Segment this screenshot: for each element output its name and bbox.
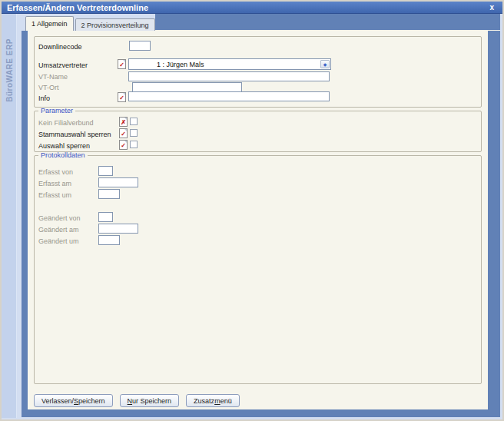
erfasst-am-input[interactable] (98, 177, 138, 187)
title-bar: Erfassen/Ändern Vertreterdownline x (2, 2, 502, 14)
stammauswahl-sperren-label: Stammauswahl sperren (38, 131, 111, 138)
kein-filialverbund-label: Kein Filialverbund (38, 119, 94, 127)
tab-allgemein[interactable]: 1 Allgemein (25, 16, 74, 31)
check-icon: ✓ (120, 141, 127, 149)
button-row: Verlassen/Speichern Nur Speichern Zusatz… (34, 394, 240, 407)
info-label: Info (38, 94, 50, 102)
umsatzvertreter-combobox[interactable]: 1 : Jürgen Mals ◆ (128, 58, 331, 70)
check-icon: ✓ (118, 61, 125, 68)
stammauswahl-sperren-flag-icon[interactable]: ✓ (119, 128, 128, 138)
kein-filialverbund-flag-icon[interactable]: ✗ (119, 117, 128, 127)
nur-speichern-button[interactable]: Nur Speichern (120, 394, 180, 407)
tab-content-allgemein: Downlinecode Umsatzvertreter ✓ 1 : Jürge… (28, 31, 488, 409)
vt-name-label: VT-Name (38, 73, 68, 81)
combo-dropdown-button[interactable]: ◆ (320, 60, 330, 68)
cross-icon: ✗ (120, 118, 127, 126)
dialog-panel: 1 Allgemein 2 Provisionsverteilung Downl… (22, 14, 500, 417)
zusatzmenue-button[interactable]: Zusatzmenü (186, 394, 240, 407)
kein-filialverbund-checkbox[interactable] (130, 118, 138, 125)
parameter-legend: Parameter (38, 108, 75, 114)
umsatzvertreter-label: Umsatzvertreter (38, 61, 88, 69)
check-icon: ✓ (118, 94, 125, 101)
auswahl-sperren-label: Auswahl sperren (38, 142, 90, 150)
erfasst-um-input[interactable] (98, 189, 120, 199)
brand-box: BüroWARE ERP (2, 28, 17, 112)
app-window: Erfassen/Ändern Vertreterdownline x Büro… (2, 2, 502, 419)
auswahl-sperren-checkbox[interactable] (130, 141, 138, 148)
geaendert-von-input[interactable] (98, 212, 113, 222)
stammauswahl-sperren-checkbox[interactable] (130, 129, 138, 137)
geaendert-am-label: Geändert am (38, 226, 79, 234)
erfasst-am-label: Erfasst am (38, 180, 71, 187)
verlassen-speichern-button[interactable]: Verlassen/Speichern (34, 394, 113, 407)
info-edit-icon[interactable]: ✓ (118, 92, 126, 102)
tab-bar-filler (155, 14, 500, 31)
dropdown-diamond-icon: ◆ (323, 62, 327, 67)
brand-strip: BüroWARE ERP (2, 14, 17, 418)
info-input[interactable] (128, 91, 330, 101)
window-title: Erfassen/Ändern Vertreterdownline (2, 3, 148, 12)
vt-ort-label: VT-Ort (38, 84, 59, 91)
erfasst-von-input[interactable] (98, 166, 113, 176)
check-icon: ✓ (120, 130, 127, 138)
auswahl-sperren-flag-icon[interactable]: ✓ (119, 140, 128, 150)
erfasst-um-label: Erfasst um (38, 191, 71, 199)
vt-name-input[interactable] (128, 71, 330, 81)
close-icon[interactable]: x (489, 4, 494, 12)
tab-bar: 1 Allgemein 2 Provisionsverteilung (22, 14, 500, 31)
protokolldaten-legend: Protokolldaten (38, 152, 88, 159)
brand-text: BüroWARE ERP (5, 38, 14, 102)
tabs-wrap: 1 Allgemein 2 Provisionsverteilung (22, 14, 155, 31)
umsatzvertreter-value: 1 : Jürgen Mals (157, 61, 204, 68)
erfasst-von-label: Erfasst von (38, 168, 73, 176)
tab-provisionsverteilung[interactable]: 2 Provisionsverteilung (75, 18, 155, 31)
geaendert-um-label: Geändert um (38, 237, 79, 245)
downlinecode-input[interactable] (129, 41, 151, 51)
umsatzvertreter-edit-icon[interactable]: ✓ (118, 59, 126, 69)
downlinecode-label: Downlinecode (38, 43, 82, 51)
geaendert-am-input[interactable] (98, 224, 138, 234)
geaendert-um-input[interactable] (98, 235, 120, 245)
geaendert-von-label: Geändert von (38, 214, 81, 222)
